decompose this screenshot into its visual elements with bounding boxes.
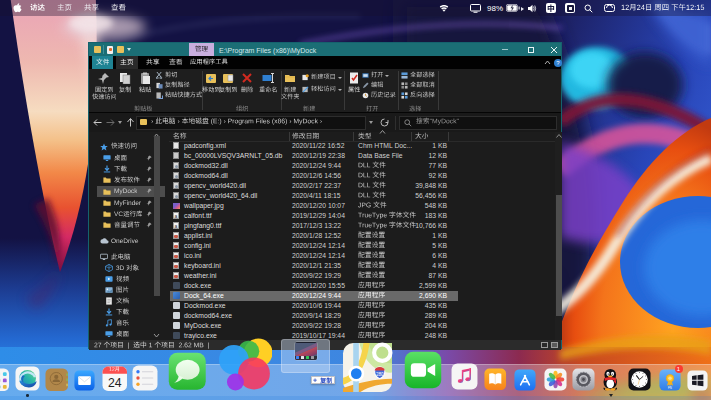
svg-text:FN: FN [668,386,672,390]
svg-text:280: 280 [376,372,384,377]
svg-text:24: 24 [107,375,121,389]
